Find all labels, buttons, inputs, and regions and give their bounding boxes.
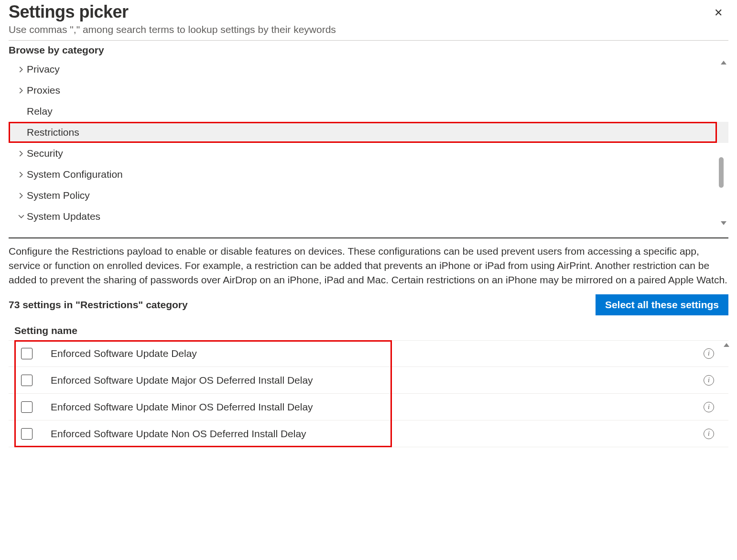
category-item-system-configuration[interactable]: System Configuration (9, 164, 728, 185)
tree-scrollbar[interactable] (719, 59, 728, 227)
category-item-relay[interactable]: Relay (9, 101, 728, 122)
info-icon[interactable]: i (704, 375, 714, 386)
header-row: Settings picker Use commas "," among sea… (9, 0, 728, 40)
setting-row[interactable]: Enforced Software Update Non OS Deferred… (9, 420, 728, 447)
page-title: Settings picker (9, 2, 336, 22)
category-tree[interactable]: PrivacyProxiesRelayRestrictionsSecurityS… (9, 59, 728, 227)
chevron-right-icon[interactable] (15, 172, 27, 178)
info-icon[interactable]: i (704, 402, 714, 412)
close-icon: ✕ (714, 7, 723, 19)
setting-checkbox[interactable] (21, 401, 33, 413)
page-subtitle: Use commas "," among search terms to loo… (9, 24, 336, 35)
setting-row[interactable]: Enforced Software Update Major OS Deferr… (9, 367, 728, 394)
setting-row[interactable]: Enforced Software Update Minor OS Deferr… (9, 394, 728, 420)
chevron-down-icon[interactable] (15, 214, 27, 220)
settings-list-wrapper: Enforced Software Update DelayiEnforced … (9, 340, 728, 447)
chevron-right-icon[interactable] (15, 193, 27, 199)
divider (9, 237, 728, 238)
category-label: System Configuration (27, 169, 123, 180)
scroll-thumb[interactable] (719, 157, 724, 188)
category-item-system-policy[interactable]: System Policy (9, 185, 728, 206)
category-description: Configure the Restrictions payload to en… (9, 244, 728, 287)
setting-checkbox[interactable] (21, 428, 33, 440)
info-icon[interactable]: i (704, 348, 714, 359)
category-label: System Updates (27, 211, 100, 222)
category-item-privacy[interactable]: Privacy (9, 59, 728, 80)
category-item-security[interactable]: Security (9, 143, 728, 164)
settings-list: Enforced Software Update DelayiEnforced … (9, 340, 728, 447)
chevron-right-icon[interactable] (15, 87, 27, 94)
category-item-restrictions[interactable]: Restrictions (9, 122, 728, 143)
setting-checkbox[interactable] (21, 375, 33, 386)
chevron-right-icon[interactable] (15, 151, 27, 157)
category-label: Proxies (27, 85, 60, 96)
setting-label: Enforced Software Update Major OS Deferr… (51, 375, 704, 386)
settings-list-area: Enforced Software Update DelayiEnforced … (9, 340, 728, 447)
scroll-down-icon[interactable] (721, 221, 726, 225)
setting-checkbox[interactable] (21, 348, 33, 359)
chevron-right-icon[interactable] (15, 66, 27, 73)
select-all-button[interactable]: Select all these settings (596, 294, 728, 315)
divider (9, 40, 728, 41)
category-label: Relay (27, 106, 53, 117)
setting-row[interactable]: Enforced Software Update Delayi (9, 340, 728, 367)
category-item-proxies[interactable]: Proxies (9, 80, 728, 101)
scroll-track-middle[interactable] (719, 65, 728, 221)
browse-by-category-label: Browse by category (9, 44, 728, 56)
category-tree-wrapper: PrivacyProxiesRelayRestrictionsSecurityS… (9, 59, 728, 227)
info-icon[interactable]: i (704, 429, 714, 439)
category-label: System Policy (27, 190, 90, 201)
settings-count-text: 73 settings in "Restrictions" category (9, 299, 188, 311)
scroll-up-icon[interactable] (721, 61, 726, 65)
setting-label: Enforced Software Update Minor OS Deferr… (51, 401, 704, 413)
settings-picker-panel: Settings picker Use commas "," among sea… (0, 0, 737, 456)
category-label: Security (27, 148, 63, 159)
setting-label: Enforced Software Update Delay (51, 348, 704, 359)
header-text: Settings picker Use commas "," among sea… (9, 0, 336, 40)
column-header-setting-name: Setting name (9, 322, 728, 340)
settings-scroll-up-icon[interactable] (724, 343, 729, 347)
setting-label: Enforced Software Update Non OS Deferred… (51, 428, 704, 440)
category-label: Privacy (27, 64, 60, 75)
close-button[interactable]: ✕ (711, 5, 726, 21)
count-row: 73 settings in "Restrictions" category S… (9, 294, 728, 315)
category-label: Restrictions (27, 127, 79, 138)
category-item-system-updates[interactable]: System Updates (9, 206, 728, 227)
